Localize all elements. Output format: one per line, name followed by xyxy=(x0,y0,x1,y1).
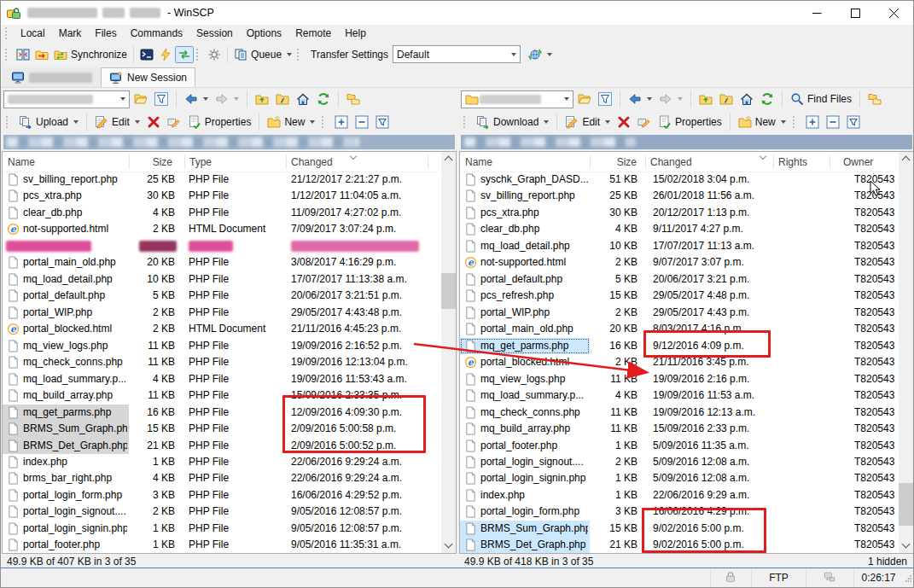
file-row[interactable]: mq_build_array.php11 KB15/09/2016 2:33 p… xyxy=(460,421,899,437)
resize-grip[interactable] xyxy=(903,568,913,587)
open-console-button[interactable] xyxy=(137,46,156,63)
home-directory-button[interactable] xyxy=(294,90,312,108)
preferences-button[interactable] xyxy=(205,46,224,63)
close-button[interactable] xyxy=(875,1,913,25)
menu-files[interactable]: Files xyxy=(88,26,123,41)
menu-mark[interactable]: Mark xyxy=(52,26,89,41)
file-row[interactable]: enot-supported.html2 KBHTML Document7/09… xyxy=(3,221,441,237)
file-row[interactable]: sv_billing_report.php25 KBPHP File21/12/… xyxy=(3,172,441,188)
scrollbar-thumb[interactable] xyxy=(441,273,456,309)
menu-commands[interactable]: Commands xyxy=(124,26,189,41)
maximize-button[interactable] xyxy=(836,1,875,25)
select-minus-button[interactable] xyxy=(824,114,842,131)
scroll-up-button[interactable] xyxy=(899,152,913,166)
file-row[interactable]: pcs_xtra.php30 KBPHP File1/12/2017 11:04… xyxy=(3,188,441,204)
follow-symlinks-button[interactable] xyxy=(865,90,884,108)
file-row[interactable]: mq_load_detail.php10 KBPHP File17/07/201… xyxy=(3,271,441,288)
menu-options[interactable]: Options xyxy=(240,26,288,41)
refresh-button[interactable] xyxy=(758,90,777,108)
file-row[interactable]: clear_db.php4 KB9/11/2017 4:27 p.m.T8205… xyxy=(460,221,899,237)
transfer-settings-combobox[interactable]: Default xyxy=(393,45,521,63)
file-row[interactable]: portal_footer.php1 KB5/09/2016 11:35 a.m… xyxy=(460,438,899,454)
column-header-rights[interactable]: Rights xyxy=(773,152,830,172)
delete-button[interactable] xyxy=(144,114,163,131)
forward-button[interactable] xyxy=(656,90,685,108)
filter-button[interactable] xyxy=(152,90,171,108)
file-row[interactable]: BRMS_Sum_Graph.php15 KBPHP File2/09/2016… xyxy=(3,421,441,437)
file-row[interactable]: mq_load_detail.php10 KB17/07/2017 11:13 … xyxy=(460,238,899,254)
file-row[interactable]: portal_WIP.php2 KB29/05/2017 4:43 p.m.T8… xyxy=(460,305,899,321)
file-row[interactable]: pcs_xtra.php30 KB20/12/2017 1:13 p.m.T82… xyxy=(460,205,899,221)
file-row[interactable] xyxy=(3,238,441,254)
file-row[interactable]: mq_get_parms.php16 KBPHP File12/09/2016 … xyxy=(3,405,441,421)
file-row[interactable]: syschk_Graph_DASD...51 KB15/02/2018 3:04… xyxy=(460,172,899,188)
open-directory-button[interactable] xyxy=(575,90,594,108)
rename-button[interactable] xyxy=(635,114,654,131)
forward-button[interactable] xyxy=(212,90,242,108)
select-filter-button[interactable] xyxy=(373,114,392,131)
column-header-name[interactable]: Name xyxy=(460,152,590,172)
new-button[interactable]: New xyxy=(736,114,789,131)
file-row[interactable]: enot-supported.html2 KB9/07/2017 3:07 p.… xyxy=(460,254,899,271)
file-row[interactable]: portal_main_old.php20 KB8/03/2017 4:16 p… xyxy=(460,321,899,337)
select-minus-button[interactable] xyxy=(352,114,371,131)
file-row[interactable]: index.php1 KB22/06/2016 9:29 a.m.T820543 xyxy=(460,487,899,504)
file-row[interactable]: portal_login_signin.php1 KBPHP File9/05/… xyxy=(3,521,441,537)
file-row[interactable]: mq_check_conns.php11 KBPHP File19/09/201… xyxy=(3,354,441,370)
rename-button[interactable] xyxy=(165,114,183,131)
file-row[interactable]: mq_build_array.php11 KBPHP File15/09/201… xyxy=(3,387,441,404)
column-header-type[interactable]: Type xyxy=(184,152,286,172)
file-row[interactable]: mq_get_parms.php16 KB9/12/2016 4:09 p.m.… xyxy=(460,338,899,354)
file-row[interactable]: portal_default.php5 KB20/06/2017 3:21 p.… xyxy=(460,271,899,288)
menu-remote[interactable]: Remote xyxy=(288,26,338,41)
preferences-panels-button[interactable] xyxy=(14,46,32,63)
synchronize-browsing-toggle[interactable] xyxy=(175,46,194,63)
column-header-changed[interactable]: Changed xyxy=(286,152,428,172)
new-button[interactable]: New xyxy=(265,114,317,131)
file-row[interactable]: index.php1 KBPHP File22/06/2016 9:29:24 … xyxy=(3,454,441,470)
file-row[interactable]: BRMS_Sum_Graph.php15 KB9/02/2016 5:00 p.… xyxy=(460,521,899,537)
properties-button[interactable]: Properties xyxy=(185,114,254,131)
file-row[interactable]: BRMS_Det_Graph.php21 KB9/02/2016 5:00 p.… xyxy=(460,537,899,553)
refresh-button[interactable] xyxy=(314,90,333,108)
file-row[interactable]: brms_bar_right.php4 KBPHP File22/06/2016… xyxy=(3,470,441,486)
scroll-down-button[interactable] xyxy=(899,539,913,553)
file-row[interactable]: portal_login_signout....2 KBPHP File9/05… xyxy=(3,504,441,520)
file-row[interactable]: mq_load_summary.p...4 KB19/09/2016 11:53… xyxy=(460,387,899,404)
remote-directory-combobox[interactable] xyxy=(461,90,573,108)
find-files-button[interactable]: Find Files xyxy=(788,90,854,108)
home-directory-button[interactable] xyxy=(737,90,756,108)
root-directory-button[interactable] xyxy=(717,90,736,108)
select-filter-button[interactable] xyxy=(844,114,863,131)
synchronize-remote-button[interactable] xyxy=(32,46,51,63)
session-tab-current[interactable] xyxy=(3,67,101,87)
local-path-bar[interactable] xyxy=(3,135,455,149)
open-directory-button[interactable] xyxy=(131,90,150,108)
delete-button[interactable] xyxy=(614,114,633,131)
file-row[interactable]: portal_login_form.php3 KBPHP File16/06/2… xyxy=(3,487,441,504)
file-row[interactable]: mq_view_logs.php11 KB19/09/2016 2:16 p.m… xyxy=(460,371,899,387)
column-header-owner[interactable]: Owner xyxy=(838,152,895,172)
scroll-up-button[interactable] xyxy=(441,152,456,166)
parent-directory-button[interactable] xyxy=(253,90,271,108)
edit-button[interactable]: Edit xyxy=(562,114,613,131)
back-button[interactable] xyxy=(626,90,655,108)
edit-button[interactable]: Edit xyxy=(92,114,143,131)
file-row[interactable]: pcs_refresh.php15 KB29/05/2017 4:48 p.m.… xyxy=(460,288,899,304)
follow-symlinks-button[interactable] xyxy=(344,90,363,108)
select-plus-button[interactable] xyxy=(332,114,351,131)
local-drive-combobox[interactable] xyxy=(3,90,130,108)
remote-path-bar[interactable] xyxy=(461,135,912,149)
file-row[interactable]: BRMS_Det_Graph.php21 KBPHP File2/09/2016… xyxy=(3,438,441,454)
session-duration-cell[interactable]: 0:26:17 xyxy=(853,568,903,587)
file-row[interactable]: portal_main_old.php20 KBPHP File3/08/201… xyxy=(3,254,441,271)
file-row[interactable]: portal_WIP.php2 KBPHP File29/05/2017 4:4… xyxy=(3,305,441,321)
properties-button[interactable]: Properties xyxy=(655,114,725,131)
parent-directory-button[interactable] xyxy=(696,90,715,108)
file-row[interactable]: eportal_blocked.html2 KB21/11/2016 3:45 … xyxy=(460,354,899,370)
column-header-changed[interactable]: Changed xyxy=(645,152,773,172)
new-session-tab[interactable]: New Session xyxy=(101,67,195,87)
column-header-size[interactable]: Size xyxy=(129,152,178,172)
download-button[interactable]: Download xyxy=(474,114,551,131)
column-header-name[interactable]: Name xyxy=(3,152,129,172)
